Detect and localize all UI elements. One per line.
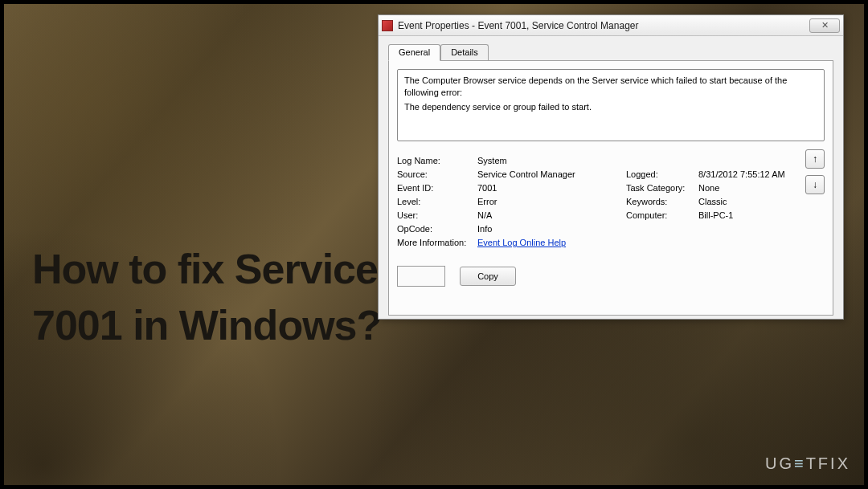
copy-row: Copy	[397, 266, 825, 287]
label-user: User:	[397, 210, 477, 220]
tab-panel-general: The Computer Browser service depends on …	[388, 60, 833, 316]
watermark-ug: UG	[765, 454, 794, 472]
tab-details[interactable]: Details	[440, 44, 489, 60]
watermark: UG≡TFIX	[765, 454, 850, 473]
value-event-id: 7001	[477, 183, 626, 193]
value-opcode: Info	[477, 224, 626, 234]
copy-preview-box	[397, 266, 445, 287]
nav-arrows: ↑ ↓	[805, 149, 825, 194]
next-event-button[interactable]: ↓	[805, 175, 825, 194]
label-opcode: OpCode:	[397, 224, 477, 234]
label-source: Source:	[397, 169, 477, 179]
description-box[interactable]: The Computer Browser service depends on …	[397, 69, 825, 141]
arrow-up-icon: ↑	[813, 153, 817, 165]
value-user: N/A	[477, 210, 626, 220]
label-more-info: More Information:	[397, 238, 477, 247]
arrow-down-icon: ↓	[813, 179, 817, 190]
tab-general[interactable]: General	[388, 44, 440, 61]
label-logged: Logged:	[626, 169, 698, 179]
description-line2: The dependency service or group failed t…	[404, 101, 817, 113]
value-log-name: System	[477, 156, 626, 165]
titlebar: Event Properties - Event 7001, Service C…	[379, 15, 843, 36]
label-event-id: Event ID:	[397, 183, 477, 193]
event-properties-dialog: Event Properties - Event 7001, Service C…	[378, 14, 844, 320]
value-logged: 8/31/2012 7:55:12 AM	[698, 169, 811, 179]
event-details-grid: Log Name: System Source: Service Control…	[397, 156, 791, 247]
close-icon: ✕	[821, 20, 829, 31]
watermark-tfix: TFIX	[806, 454, 850, 472]
app-icon	[382, 20, 393, 31]
value-task-category: None	[698, 183, 811, 193]
value-computer: Bill-PC-1	[698, 210, 811, 220]
label-level: Level:	[397, 197, 477, 206]
close-button[interactable]: ✕	[809, 18, 840, 33]
dialog-body: General Details The Computer Browser ser…	[379, 36, 843, 319]
value-keywords: Classic	[698, 197, 811, 206]
window-title: Event Properties - Event 7001, Service C…	[398, 20, 809, 31]
description-line1: The Computer Browser service depends on …	[404, 75, 817, 99]
label-computer: Computer:	[626, 210, 698, 220]
value-more-info: Event Log Online Help	[477, 238, 626, 247]
more-info-link[interactable]: Event Log Online Help	[477, 238, 566, 247]
value-level: Error	[477, 197, 626, 206]
prev-event-button[interactable]: ↑	[805, 149, 825, 169]
label-log-name: Log Name:	[397, 156, 477, 165]
tabstrip: General Details	[388, 44, 833, 60]
label-keywords: Keywords:	[626, 197, 698, 206]
label-task-category: Task Category:	[626, 183, 698, 193]
watermark-sep: ≡	[794, 454, 806, 472]
copy-button[interactable]: Copy	[460, 267, 516, 286]
value-source: Service Control Manager	[477, 169, 626, 179]
